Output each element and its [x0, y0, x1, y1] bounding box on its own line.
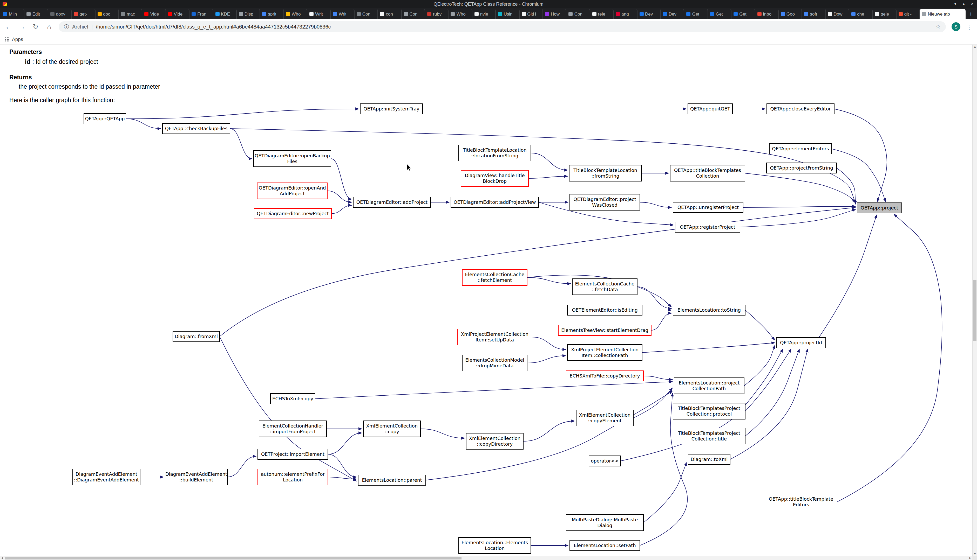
back-icon[interactable]: ←	[5, 23, 12, 30]
tab[interactable]: Dev	[661, 9, 684, 19]
tab[interactable]: Get	[708, 9, 731, 19]
tab[interactable]: doxy	[48, 9, 72, 19]
graph-node-elementsLocationCtor[interactable]: ElementsLocation::ElementsLocation	[458, 537, 531, 553]
graph-node-setPath[interactable]: ElementsLocation::setPath	[570, 540, 640, 551]
graph-node-toString[interactable]: ElementsLocation::toString	[673, 305, 745, 315]
tab[interactable]: Who	[284, 9, 307, 19]
graph-node-importElement[interactable]: QETProject::importElement	[258, 449, 328, 459]
graph-node-copyElement[interactable]: XmlElementCollection::copyElement	[576, 410, 633, 426]
graph-node-echsCopyDirectory[interactable]: ECHSXmlToFile::copyDirectory	[566, 371, 644, 381]
graph-node-registerProject[interactable]: QETApp::registerProject	[675, 222, 740, 232]
scroll-left-icon[interactable]: ◄	[0, 557, 4, 560]
graph-node-xmlCollCopyDirectory[interactable]: XmlElementCollection::copyDirectory	[466, 433, 523, 449]
tab[interactable]: Get	[731, 9, 755, 19]
profile-avatar[interactable]: S	[952, 22, 960, 31]
bookmark-apps[interactable]: Apps	[12, 36, 23, 42]
tab[interactable]: ang	[614, 9, 637, 19]
tab[interactable]: Vide	[166, 9, 189, 19]
tab[interactable]: Dow	[826, 9, 849, 19]
graph-node-dropMimeData[interactable]: ElementsCollectionModel::dropMimeData	[462, 355, 527, 371]
graph-node-isEditing[interactable]: QETElementEditor::isEditing	[567, 305, 642, 315]
tab[interactable]: qet-	[72, 9, 95, 19]
tab[interactable]: sprit	[260, 9, 284, 19]
tab[interactable]: Vide	[142, 9, 166, 19]
graph-node-tbtlFromString[interactable]: TitleBlockTemplateLocation::fromString	[569, 165, 641, 181]
tab[interactable]: Writ	[331, 9, 355, 19]
tab[interactable]: Writ	[307, 9, 331, 19]
graph-node-openBackupFiles[interactable]: QETDiagramEditor::openBackupFiles	[254, 151, 331, 167]
graph-node-importFromProject[interactable]: ElementCollectionHandler::importFromProj…	[259, 421, 326, 437]
graph-node-addProject[interactable]: QETDiagramEditor::addProject	[353, 197, 431, 207]
window-maximize-button[interactable]: ▴	[963, 2, 965, 6]
scroll-right-icon[interactable]: ►	[968, 557, 972, 560]
graph-node-checkBackupFiles[interactable]: QETApp::checkBackupFiles	[162, 123, 230, 134]
graph-node-setUpData[interactable]: XmlProjectElementCollectionItem::setUpDa…	[457, 329, 532, 345]
graph-node-addProjectView[interactable]: QETDiagramEditor::addProjectView	[451, 197, 539, 207]
graph-node-newProject[interactable]: QETDiagramEditor::newProject	[254, 208, 331, 219]
graph-node-tbtpcTitle[interactable]: TitleBlockTemplatesProjectCollection::ti…	[673, 428, 745, 444]
tab[interactable]: Goo	[779, 9, 802, 19]
tab[interactable]: Fran	[189, 9, 213, 19]
graph-node-elementEditors[interactable]: QETApp::elementEditors	[770, 143, 831, 154]
address-bar[interactable]: ⓘ Archief | /home/simon/GIT/qet/doc/html…	[59, 21, 946, 32]
graph-node-collectionPath[interactable]: XmlProjectElementCollectionItem::collect…	[567, 345, 642, 361]
tab[interactable]: How	[543, 9, 567, 19]
graph-node-fetchElement[interactable]: ElementsCollectionCache::fetchElement	[462, 269, 527, 285]
graph-node-quitQET[interactable]: QETApp::quitQET	[688, 104, 733, 114]
tab[interactable]: Con	[402, 9, 425, 19]
tab[interactable]: qele	[873, 9, 897, 19]
graph-node-diagramEventCtor[interactable]: DiagramEventAddElement::DiagramEventAddE…	[73, 469, 140, 485]
tab[interactable]: Disp	[237, 9, 260, 19]
graph-node-startElementDrag[interactable]: ElementsTreeView::startElementDrag	[558, 325, 651, 335]
tab[interactable]: rele	[590, 9, 614, 19]
graph-node-fetchData[interactable]: ElementsCollectionCache::fetchData	[572, 279, 637, 295]
tab[interactable]: Dev	[637, 9, 661, 19]
graph-node-unregisterProject[interactable]: QETApp::unregisterProject	[673, 202, 743, 213]
graph-node-elParent[interactable]: ElementsLocation::parent	[358, 475, 426, 485]
graph-node-titleBlockTemplateEditors[interactable]: QETApp::titleBlockTemplateEditors	[765, 494, 837, 510]
tab[interactable]: soft	[802, 9, 826, 19]
tab[interactable]: che	[849, 9, 873, 19]
graph-node-fromXml[interactable]: Diagram::fromXml	[173, 331, 219, 342]
graph-node-projectCollectionPath[interactable]: ElementsLocation::projectCollectionPath	[674, 378, 744, 394]
tab[interactable]: Get	[684, 9, 708, 19]
graph-node-operatorOut[interactable]: operator<<	[589, 456, 621, 466]
tab[interactable]: Edit	[25, 9, 48, 19]
tab[interactable]: Con	[567, 9, 590, 19]
graph-node-initSystemTray[interactable]: QETApp::initSystemTray	[360, 104, 423, 114]
graph-node-locationFromString[interactable]: TitleBlockTemplateLocation::locationFrom…	[458, 145, 531, 161]
graph-node-multiPasteDialog[interactable]: MultiPasteDialog::MultiPasteDialog	[566, 515, 644, 531]
graph-node-projectWasClosed[interactable]: QETDiagramEditor::projectWasClosed	[570, 194, 640, 210]
graph-node-qetapp[interactable]: QETApp::QETApp	[84, 113, 126, 124]
graph-node-projectFromString[interactable]: QETApp::projectFromString	[766, 163, 836, 173]
home-icon[interactable]: ⌂	[45, 23, 53, 30]
tab[interactable]: ruby	[425, 9, 449, 19]
tab[interactable]: Mijn	[1, 9, 25, 19]
page-info-icon[interactable]: ⓘ	[64, 23, 69, 30]
graph-node-buildElement[interactable]: DiagramEventAddElement::buildElement	[165, 469, 228, 485]
new-tab-button[interactable]: +	[965, 9, 976, 19]
tab[interactable]: Who	[449, 9, 472, 19]
tab[interactable]: con	[378, 9, 402, 19]
graph-node-echsToXmlCopy[interactable]: ECHSToXml::copy	[271, 393, 315, 404]
window-minimize-button[interactable]: ▾	[954, 2, 957, 6]
window-close-button[interactable]: ×	[971, 2, 974, 6]
horizontal-scrollbar[interactable]: ◄ ►	[0, 556, 972, 560]
graph-node-project[interactable]: QETApp::project	[857, 203, 902, 213]
url-text[interactable]: /home/simon/GIT/qet/doc/html/d7/df8/clas…	[96, 24, 932, 30]
tab[interactable]: Usin	[496, 9, 519, 19]
tab[interactable]: Con	[355, 9, 378, 19]
graph-node-openAndAddProject[interactable]: QETDiagramEditor::openAndAddProject	[257, 183, 327, 199]
tab[interactable]: git -	[897, 9, 920, 19]
vertical-scrollbar[interactable]: ▲ ▼	[972, 45, 977, 556]
graph-node-protocol[interactable]: TitleBlockTemplatesProjectCollection::pr…	[673, 403, 745, 419]
graph-node-elementPrefixForLocation[interactable]: autonum::elementPrefixForLocation	[258, 469, 328, 485]
bookmark-star-icon[interactable]: ☆	[935, 23, 941, 30]
scroll-up-icon[interactable]: ▲	[973, 45, 977, 49]
graph-node-handleTitleBlockDrop[interactable]: DiagramView::handleTitleBlockDrop	[461, 170, 529, 187]
graph-node-closeEveryEditor[interactable]: QETApp::closeEveryEditor	[767, 104, 834, 114]
graph-node-xmlCollCopy[interactable]: XmlElementCollection::copy	[363, 421, 420, 437]
horizontal-scrollbar-thumb[interactable]	[5, 557, 462, 560]
forward-icon[interactable]: →	[18, 23, 26, 30]
tab[interactable]: Inbo	[755, 9, 779, 19]
